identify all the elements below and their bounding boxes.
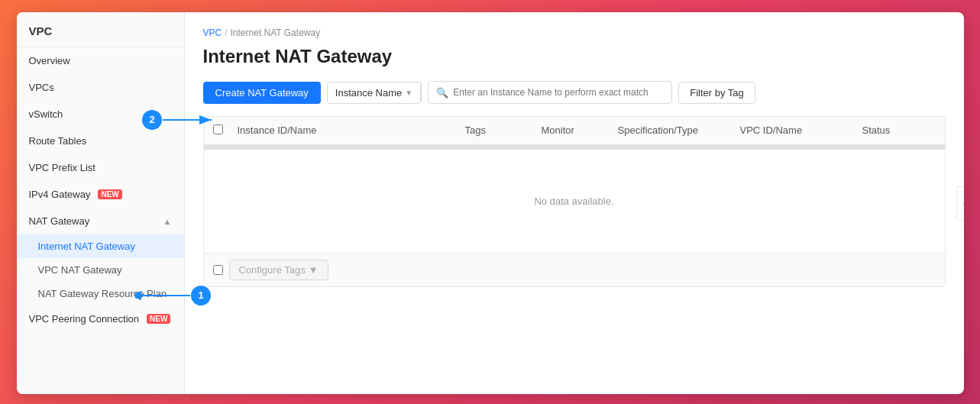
th-status: Status (853, 124, 945, 137)
filter-select-label[interactable]: Instance Name ▼ (328, 82, 421, 103)
configure-tags-button[interactable]: Configure Tags ▼ (229, 260, 328, 280)
search-input[interactable] (453, 82, 664, 103)
th-tags: Tags (456, 124, 532, 137)
breadcrumb-current: Internet NAT Gateway (231, 27, 321, 38)
data-table: Instance ID/Name Tags Monitor Specificat… (203, 116, 946, 287)
th-checkbox (204, 124, 228, 137)
page-title: Internet NAT Gateway (203, 46, 946, 67)
filter-by-tag-button[interactable]: Filter by Tag (678, 82, 755, 104)
sidebar-item-internet-nat-gateway[interactable]: Internet NAT Gateway (17, 234, 184, 258)
toolbar: Create NAT Gateway Instance Name ▼ 🔍 Fil… (203, 81, 946, 104)
new-badge-peering: NEW (147, 314, 170, 324)
sidebar-item-nat-gateway-resource-plan[interactable]: NAT Gateway Resource Plan (17, 282, 184, 305)
breadcrumb: VPC / Internet NAT Gateway (203, 27, 946, 38)
th-specification: Specification/Type (609, 124, 731, 137)
dropdown-arrow-icon: ▼ (405, 89, 412, 97)
empty-state-text: No data available. (204, 150, 945, 253)
table-footer: Configure Tags ▼ (204, 253, 945, 286)
sidebar-item-label: Overview (29, 55, 70, 66)
sidebar-item-label: vSwitch (29, 108, 63, 120)
sidebar-item-label: NAT Gateway Resource Plan (38, 288, 167, 299)
th-vpc-id: VPC ID/Name (731, 124, 853, 137)
sidebar-item-label: NAT Gateway (29, 215, 90, 227)
configure-tags-arrow-icon: ▼ (309, 264, 319, 276)
th-instance-id: Instance ID/Name (228, 124, 456, 137)
sidebar-item-ipv4-gateway[interactable]: IPv4 Gateway NEW (17, 181, 184, 208)
search-box[interactable]: 🔍 (428, 81, 672, 104)
sidebar-title: VPC (17, 12, 184, 47)
sidebar-item-nat-gateway[interactable]: NAT Gateway ▲ (17, 208, 184, 234)
sidebar-item-label: VPCs (29, 82, 54, 93)
sidebar-collapse-button[interactable]: ‹ (956, 186, 964, 220)
sidebar-item-vpcs[interactable]: VPCs (17, 74, 184, 101)
sidebar-item-label: IPv4 Gateway (29, 189, 91, 200)
instance-name-filter[interactable]: Instance Name ▼ (327, 82, 422, 104)
breadcrumb-vpc[interactable]: VPC (203, 27, 222, 38)
sidebar-item-vswitch[interactable]: vSwitch (17, 101, 184, 128)
sidebar-item-label: VPC NAT Gateway (38, 264, 122, 276)
collapse-icon: ‹ (963, 199, 964, 208)
new-badge: NEW (98, 189, 121, 199)
horizontal-scrollbar[interactable] (204, 145, 945, 150)
footer-checkbox[interactable] (213, 265, 223, 275)
sidebar-item-label: Internet NAT Gateway (38, 241, 135, 252)
filter-label-text: Instance Name (335, 87, 402, 99)
breadcrumb-separator: / (225, 27, 227, 38)
configure-tags-label: Configure Tags (239, 264, 306, 276)
search-icon: 🔍 (436, 87, 448, 99)
select-all-checkbox[interactable] (213, 124, 223, 134)
sidebar-item-overview[interactable]: Overview (17, 47, 184, 74)
sidebar-item-label: VPC Peering Connection (29, 313, 140, 325)
sidebar-item-label: VPC Prefix List (29, 162, 95, 173)
th-monitor: Monitor (532, 124, 609, 137)
table-header: Instance ID/Name Tags Monitor Specificat… (204, 117, 945, 145)
create-nat-gateway-button[interactable]: Create NAT Gateway (203, 82, 321, 104)
sidebar-item-label: Route Tables (29, 135, 87, 147)
sidebar-item-vpc-prefix-list[interactable]: VPC Prefix List (17, 154, 184, 181)
main-content: VPC / Internet NAT Gateway Internet NAT … (185, 12, 964, 394)
sidebar-item-vpc-peering-connection[interactable]: VPC Peering Connection NEW (17, 305, 184, 332)
chevron-up-icon: ▲ (163, 217, 172, 226)
sidebar: VPC Overview VPCs vSwitch Route Tables V… (17, 12, 185, 394)
sidebar-item-vpc-nat-gateway[interactable]: VPC NAT Gateway (17, 258, 184, 282)
sidebar-item-route-tables[interactable]: Route Tables (17, 128, 184, 154)
